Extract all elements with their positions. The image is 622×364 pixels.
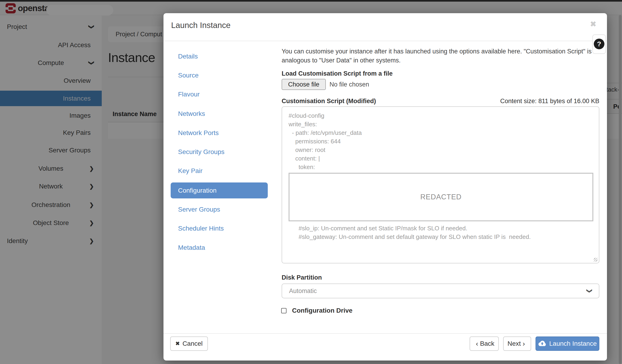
script-line: write_files:: [289, 120, 592, 129]
help-icon: ?: [594, 38, 604, 49]
help-button[interactable]: ?: [592, 35, 606, 54]
modal-footer-divider: [163, 333, 607, 334]
redacted-overlay: REDACTED: [289, 173, 593, 221]
textarea-resize-handle[interactable]: [594, 258, 598, 262]
configuration-drive-label: Configuration Drive: [292, 307, 352, 314]
next-button[interactable]: Next ›: [503, 336, 531, 351]
modal-title: Launch Instance: [171, 20, 231, 30]
script-line: owner: root: [289, 146, 592, 154]
cancel-x-icon: ✖: [175, 341, 180, 347]
tab-network-ports[interactable]: Network Ports: [178, 126, 219, 140]
file-input-row: Choose file No file chosen: [282, 79, 369, 90]
script-line: - path: /etc/vpm/user_data: [289, 129, 592, 137]
script-line: #cloud-config: [289, 112, 592, 120]
tab-server-groups[interactable]: Server Groups: [178, 203, 220, 216]
script-line: #slo_gateway: Un-comment and set default…: [289, 233, 592, 241]
disk-partition-select[interactable]: Automatic ❯: [282, 284, 599, 298]
chevron-down-icon: ❯: [586, 289, 593, 293]
choose-file-button[interactable]: Choose file: [282, 79, 326, 90]
script-line: content: |: [289, 154, 592, 163]
configuration-drive-row[interactable]: Configuration Drive: [281, 306, 352, 315]
cloud-upload-icon: [538, 341, 546, 347]
content-size-text: Content size: 811 bytes of 16.00 KB: [500, 97, 599, 105]
tab-details[interactable]: Details: [178, 50, 198, 63]
disk-partition-value: Automatic: [289, 287, 587, 295]
cancel-button[interactable]: ✖ Cancel: [170, 336, 208, 351]
configuration-drive-checkbox[interactable]: [281, 308, 287, 313]
launch-instance-modal: Launch Instance ✖ ? Details Source Flavo…: [163, 13, 607, 361]
chevron-right-icon: ›: [523, 340, 525, 347]
tab-configuration[interactable]: Configuration: [171, 182, 268, 198]
tab-source[interactable]: Source: [178, 68, 199, 82]
launch-instance-button[interactable]: Launch Instance: [536, 336, 599, 351]
script-line: token:: [289, 163, 592, 171]
script-line: permissions: 644: [289, 137, 592, 146]
tab-metadata[interactable]: Metadata: [178, 241, 205, 255]
chevron-left-icon: ‹: [476, 340, 478, 347]
file-status-text: No file chosen: [330, 81, 369, 88]
tab-scheduler-hints[interactable]: Scheduler Hints: [178, 222, 224, 235]
load-script-label: Load Customisation Script from a file: [282, 70, 393, 77]
script-header-row: Customisation Script (Modified) Content …: [282, 97, 599, 105]
modal-header-divider: [163, 41, 607, 41]
tab-networks[interactable]: Networks: [178, 107, 205, 121]
configuration-description: You can customise your instance after it…: [282, 47, 599, 65]
back-button[interactable]: ‹ Back: [470, 336, 499, 351]
script-line: #slo_ip: Un-comment and set Static IP/ma…: [289, 224, 592, 233]
tab-security-groups[interactable]: Security Groups: [178, 145, 225, 159]
redacted-label: REDACTED: [420, 193, 462, 201]
close-icon[interactable]: ✖: [590, 20, 596, 28]
customisation-script-textarea[interactable]: #cloud-config write_files: - path: /etc/…: [282, 106, 599, 263]
disk-partition-label: Disk Partition: [282, 274, 322, 281]
script-label: Customisation Script (Modified): [282, 97, 376, 105]
tab-key-pair[interactable]: Key Pair: [178, 164, 203, 178]
tab-flavour[interactable]: Flavour: [178, 87, 199, 101]
